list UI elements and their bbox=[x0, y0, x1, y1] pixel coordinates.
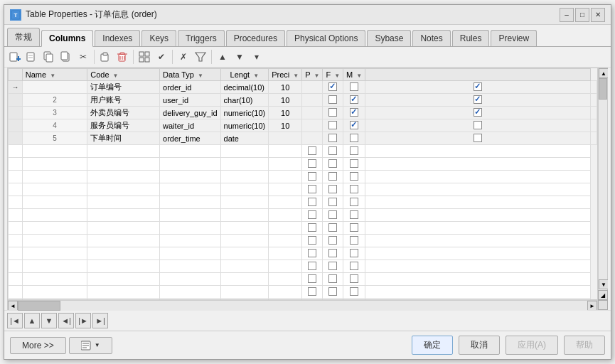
tab-sybase[interactable]: Sybase bbox=[367, 30, 411, 46]
table-row[interactable]: 5下单时间order_timedate bbox=[9, 132, 597, 145]
empty-checkbox[interactable] bbox=[350, 274, 358, 283]
more-button[interactable]: More >> bbox=[10, 337, 66, 354]
cell-foreign[interactable] bbox=[343, 119, 365, 132]
col-f-header[interactable]: F ▼ bbox=[323, 69, 343, 81]
cell-precision[interactable] bbox=[302, 119, 323, 132]
empty-checkbox[interactable] bbox=[308, 146, 316, 155]
cell-primary[interactable] bbox=[323, 132, 343, 145]
scroll-left-arrow[interactable]: ◄ bbox=[8, 301, 18, 311]
scroll-right-arrow[interactable]: ► bbox=[587, 301, 597, 311]
filter-button[interactable] bbox=[193, 49, 208, 65]
nav-prev[interactable]: ◄| bbox=[58, 313, 74, 328]
cell-foreign[interactable] bbox=[343, 81, 365, 94]
empty-checkbox[interactable] bbox=[328, 300, 337, 301]
scroll-track-horizontal[interactable] bbox=[18, 301, 587, 311]
empty-checkbox[interactable] bbox=[328, 236, 337, 245]
empty-checkbox[interactable] bbox=[308, 210, 316, 219]
cell-code[interactable]: order_time bbox=[160, 132, 220, 145]
new-row-button[interactable] bbox=[7, 49, 23, 65]
cell-mandatory[interactable] bbox=[365, 94, 591, 107]
primary-checkbox[interactable] bbox=[328, 134, 337, 142]
cell-name[interactable]: 用户账号 bbox=[87, 94, 160, 107]
empty-checkbox[interactable] bbox=[328, 262, 337, 270]
tab-columns[interactable]: Columns bbox=[41, 30, 93, 47]
down-button[interactable]: ▼ bbox=[232, 49, 247, 65]
table-row[interactable]: 4服务员编号waiter_idnumeric(10)10 bbox=[9, 119, 597, 132]
primary-checkbox[interactable] bbox=[328, 121, 337, 129]
empty-checkbox[interactable] bbox=[328, 159, 337, 168]
empty-checkbox[interactable] bbox=[308, 198, 316, 206]
cell-datatype[interactable]: date bbox=[220, 132, 269, 145]
empty-checkbox[interactable] bbox=[350, 198, 358, 206]
cell-mandatory[interactable] bbox=[365, 119, 591, 132]
cell-precision[interactable] bbox=[302, 81, 323, 94]
table-scroll-area[interactable]: Name ▼ Code ▼ Data Typ ▼ bbox=[7, 68, 598, 300]
scroll-thumb-vertical[interactable] bbox=[599, 78, 607, 100]
empty-checkbox[interactable] bbox=[350, 210, 358, 219]
cell-name[interactable]: 下单时间 bbox=[87, 132, 160, 145]
confirm-button[interactable]: 确定 bbox=[412, 336, 453, 355]
cell-datatype[interactable]: numeric(10) bbox=[220, 107, 269, 119]
col-datatype-header[interactable]: Data Typ ▼ bbox=[160, 69, 220, 81]
cell-length[interactable] bbox=[269, 132, 302, 145]
empty-checkbox[interactable] bbox=[328, 287, 337, 296]
cell-precision[interactable] bbox=[302, 132, 323, 145]
primary-checkbox[interactable] bbox=[328, 95, 337, 104]
foreign-checkbox[interactable] bbox=[350, 121, 358, 129]
cell-primary[interactable] bbox=[323, 94, 343, 107]
empty-checkbox[interactable] bbox=[308, 249, 316, 257]
dropdown-button[interactable]: ▾ bbox=[249, 49, 264, 65]
tab-indexes[interactable]: Indexes bbox=[95, 30, 140, 46]
horizontal-scrollbar[interactable]: ◄ ► bbox=[7, 300, 598, 310]
cell-primary[interactable] bbox=[323, 119, 343, 132]
tab-physical[interactable]: Physical Options bbox=[287, 30, 365, 46]
cell-length[interactable]: 10 bbox=[269, 119, 302, 132]
cell-foreign[interactable] bbox=[343, 94, 365, 107]
scroll-up-arrow[interactable]: ▲ bbox=[599, 68, 608, 78]
empty-checkbox[interactable] bbox=[308, 185, 316, 193]
delete-button[interactable] bbox=[114, 49, 130, 65]
duplicate-button[interactable] bbox=[41, 49, 57, 65]
maximize-button[interactable]: □ bbox=[575, 8, 589, 22]
checkmark-button[interactable]: ✔ bbox=[154, 49, 169, 65]
cell-datatype[interactable]: decimal(10) bbox=[220, 81, 269, 94]
nav-next[interactable]: |► bbox=[75, 313, 91, 328]
scroll-track-vertical[interactable] bbox=[599, 78, 607, 279]
col-length-header[interactable]: Lengt ▼ bbox=[220, 69, 269, 81]
empty-checkbox[interactable] bbox=[308, 300, 316, 301]
cell-code[interactable]: user_id bbox=[160, 94, 220, 107]
format-button[interactable]: ▼ bbox=[69, 337, 112, 354]
cell-length[interactable]: 10 bbox=[269, 94, 302, 107]
help-button[interactable]: 帮助 bbox=[564, 336, 605, 355]
copy-button[interactable] bbox=[58, 49, 74, 65]
nav-up[interactable]: ▲ bbox=[24, 313, 40, 328]
empty-checkbox[interactable] bbox=[308, 236, 316, 245]
tab-triggers[interactable]: Triggers bbox=[178, 30, 225, 46]
table-row[interactable]: 2用户账号user_idchar(10)10 bbox=[9, 94, 597, 107]
insert-row-button[interactable] bbox=[24, 49, 40, 65]
tab-keys[interactable]: Keys bbox=[141, 30, 176, 46]
cell-datatype[interactable]: char(10) bbox=[220, 94, 269, 107]
cancel-button[interactable]: 取消 bbox=[459, 336, 500, 355]
foreign-checkbox[interactable] bbox=[350, 108, 358, 117]
nav-last[interactable]: ►| bbox=[92, 313, 108, 328]
cell-primary[interactable] bbox=[323, 81, 343, 94]
cell-length[interactable]: 10 bbox=[269, 81, 302, 94]
empty-checkbox[interactable] bbox=[350, 300, 358, 301]
table-row[interactable]: 3外卖员编号delivery_guy_idnumeric(10)10 bbox=[9, 107, 597, 119]
cell-mandatory[interactable] bbox=[365, 132, 591, 145]
cut-button[interactable]: ✂ bbox=[75, 49, 91, 65]
primary-checkbox[interactable] bbox=[328, 108, 337, 117]
empty-checkbox[interactable] bbox=[308, 262, 316, 270]
nav-first[interactable]: |◄ bbox=[7, 313, 23, 328]
empty-checkbox[interactable] bbox=[328, 185, 337, 193]
tab-notes[interactable]: Notes bbox=[412, 30, 450, 46]
empty-checkbox[interactable] bbox=[308, 223, 316, 232]
tab-rules[interactable]: Rules bbox=[452, 30, 490, 46]
col-m-header[interactable]: M ▼ bbox=[343, 69, 365, 81]
cell-mandatory[interactable] bbox=[365, 107, 591, 119]
cell-precision[interactable] bbox=[302, 94, 323, 107]
empty-checkbox[interactable] bbox=[350, 287, 358, 296]
apply-button[interactable]: 应用(A) bbox=[506, 336, 558, 355]
cell-code[interactable]: waiter_id bbox=[160, 119, 220, 132]
